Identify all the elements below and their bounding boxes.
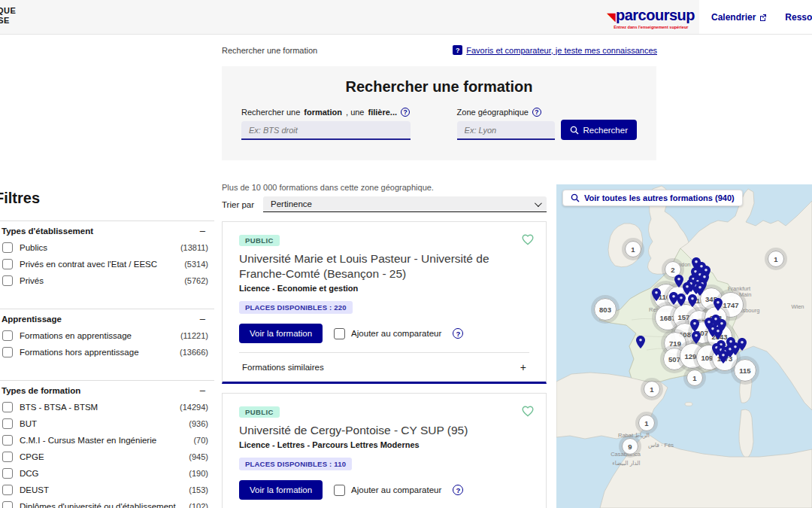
checkbox[interactable] bbox=[2, 347, 13, 357]
map-pin-marker[interactable] bbox=[636, 336, 645, 348]
checkbox[interactable] bbox=[334, 485, 345, 496]
help-icon[interactable]: ? bbox=[453, 485, 463, 495]
map-city-label: الدار البيضاء bbox=[612, 460, 640, 467]
map-city-label: Wien bbox=[791, 303, 804, 310]
filter-checkbox-row[interactable]: BTS - BTSA - BTSM (14294) bbox=[0, 399, 214, 415]
checkbox[interactable] bbox=[334, 328, 345, 339]
map-panel[interactable]: Voir toutes les autres formations (940) … bbox=[556, 184, 812, 508]
filter-checkbox-row[interactable]: CPGE (945) bbox=[0, 449, 214, 465]
formation-subtitle: Licence - Economie et gestion bbox=[239, 284, 529, 293]
gov-block: RÉPUBLIQUEFRANÇAISE ◥parcoursup Entrez d… bbox=[0, 0, 699, 34]
checkbox[interactable] bbox=[2, 259, 13, 269]
similar-formations-toggle[interactable]: Formations similaires + bbox=[239, 352, 529, 382]
checkbox[interactable] bbox=[2, 275, 13, 286]
search-button[interactable]: Rechercher bbox=[561, 120, 637, 140]
filter-count: (153) bbox=[189, 485, 208, 494]
favorite-heart-icon[interactable] bbox=[522, 234, 534, 248]
checkbox[interactable] bbox=[2, 242, 13, 253]
filter-checkbox-row[interactable]: BUT (936) bbox=[0, 415, 214, 432]
map-cluster-marker[interactable]: 1 bbox=[768, 251, 784, 267]
keyword-search-input[interactable] bbox=[241, 121, 411, 140]
topline: Rechercher une formation ? Favoris et co… bbox=[222, 45, 657, 55]
favorites-comparator-link[interactable]: ? Favoris et comparateur, je teste mes c… bbox=[453, 45, 657, 55]
filter-label: BUT bbox=[20, 419, 37, 428]
map-pin-marker[interactable] bbox=[652, 288, 661, 301]
filter-checkbox-row[interactable]: Formations en apprentissage (11221) bbox=[0, 327, 214, 344]
filter-checkbox-row[interactable]: C.M.I - Cursus Master en Ingénierie (70) bbox=[0, 432, 214, 449]
checkbox[interactable] bbox=[2, 452, 13, 462]
nav-calendrier-link[interactable]: Calendrier bbox=[711, 12, 767, 23]
map-pin-marker[interactable] bbox=[690, 319, 699, 332]
filter-label: Privés bbox=[20, 276, 44, 285]
collapse-section-button[interactable]: – bbox=[200, 315, 205, 323]
filter-checkbox-row[interactable]: Formations hors apprentissage (13666) bbox=[0, 344, 214, 360]
favorite-heart-icon[interactable] bbox=[522, 406, 534, 420]
collapse-section-button[interactable]: – bbox=[200, 387, 205, 394]
map-cluster-marker[interactable]: 1 bbox=[644, 381, 660, 397]
filter-checkbox-row[interactable]: Privés en contrat avec l'Etat / EESC (53… bbox=[0, 256, 214, 272]
map-cluster-marker[interactable]: 1 bbox=[625, 241, 641, 257]
checkbox[interactable] bbox=[2, 435, 13, 446]
filter-checkbox-row[interactable]: Diplômes d'université ou d'établissement… bbox=[0, 498, 214, 508]
checkbox[interactable] bbox=[2, 330, 13, 341]
filter-checkbox-row[interactable]: Publics (13811) bbox=[0, 239, 214, 256]
external-link-icon bbox=[759, 14, 767, 21]
map-cluster-marker[interactable]: 115 bbox=[734, 359, 756, 382]
filter-checkbox-row[interactable]: DCG (190) bbox=[0, 465, 214, 482]
checkbox[interactable] bbox=[2, 468, 13, 479]
filter-checkbox-row[interactable]: Privés (5762) bbox=[0, 272, 214, 289]
sort-label: Trier par bbox=[222, 200, 254, 209]
comparator-label: Ajouter au comparateur bbox=[351, 329, 441, 338]
help-icon[interactable]: ? bbox=[401, 108, 410, 117]
view-formation-button[interactable]: Voir la formation bbox=[239, 324, 323, 343]
filter-count: (13811) bbox=[180, 243, 208, 252]
status-badge: PUBLIC bbox=[239, 235, 280, 246]
page: Filtres Types d'établissement – Publics … bbox=[0, 35, 812, 508]
help-icon[interactable]: ? bbox=[532, 108, 541, 117]
quiz-icon: ? bbox=[453, 45, 462, 55]
map-cluster-marker[interactable]: 803 bbox=[594, 298, 617, 321]
map-see-all-button[interactable]: Voir toutes les autres formations (940) bbox=[562, 190, 743, 206]
formation-subtitle: Licence - Lettres - Parcours Lettres Mod… bbox=[239, 440, 529, 449]
add-to-comparator[interactable]: Ajouter au comparateur bbox=[334, 328, 441, 339]
checkbox[interactable] bbox=[2, 418, 13, 429]
chevron-down-icon bbox=[535, 199, 542, 207]
filter-count: (13666) bbox=[180, 348, 208, 357]
map-pin-marker[interactable] bbox=[677, 294, 686, 306]
formation-card: PUBLIC Université Marie et Louis Pasteur… bbox=[222, 221, 547, 384]
filter-checkbox-row[interactable]: DEUST (153) bbox=[0, 482, 214, 498]
map-cluster-marker[interactable]: 9 bbox=[622, 438, 638, 455]
add-to-comparator[interactable]: Ajouter au comparateur bbox=[334, 485, 441, 496]
parcoursup-logo[interactable]: ◥parcoursup Entrez dans l'enseignement s… bbox=[607, 5, 695, 29]
formation-title[interactable]: Université Marie et Louis Pasteur - Univ… bbox=[239, 251, 529, 281]
zone-search-input[interactable] bbox=[457, 121, 555, 140]
checkbox[interactable] bbox=[2, 501, 13, 508]
sort-value: Pertinence bbox=[271, 199, 312, 208]
parcoursup-logo-mark: ◥ bbox=[607, 11, 615, 23]
nav-ressources-link[interactable]: Ressources bbox=[785, 12, 812, 23]
map-cluster-marker[interactable]: 1 bbox=[638, 415, 655, 431]
view-formation-button[interactable]: Voir la formation bbox=[239, 480, 323, 500]
zone-field-label: Zone géographique ? bbox=[457, 108, 555, 117]
checkbox[interactable] bbox=[2, 485, 13, 495]
map-pin-marker[interactable] bbox=[714, 327, 723, 339]
help-icon[interactable]: ? bbox=[453, 328, 463, 339]
map-cluster-marker[interactable]: 1 bbox=[686, 370, 703, 386]
map-pin-marker[interactable] bbox=[692, 331, 701, 344]
checkbox[interactable] bbox=[2, 402, 13, 412]
map-pin-marker[interactable] bbox=[714, 298, 723, 311]
map-pin-marker[interactable] bbox=[688, 294, 697, 307]
collapse-section-button[interactable]: – bbox=[200, 227, 205, 235]
comparator-label: Ajouter au comparateur bbox=[351, 485, 441, 494]
results-summary: Plus de 10 000 formations dans cette zon… bbox=[222, 183, 547, 192]
formation-title[interactable]: Université de Cergy-Pontoise - CY SUP (9… bbox=[239, 423, 529, 438]
filter-section-title: Apprentissage bbox=[2, 315, 62, 324]
filter-section-types-formation: Types de formation – BTS - BTSA - BTSM (… bbox=[0, 380, 214, 508]
map-city-label: فاس · Fès bbox=[648, 442, 674, 449]
map-pin-marker[interactable] bbox=[719, 351, 728, 364]
sort-select[interactable]: Pertinence bbox=[263, 196, 547, 212]
favorites-comparator-label: Favoris et comparateur, je teste mes con… bbox=[466, 46, 657, 55]
plus-icon: + bbox=[520, 361, 526, 373]
map-pin-marker[interactable] bbox=[731, 342, 740, 355]
filters-sidebar: Filtres Types d'établissement – Publics … bbox=[0, 190, 214, 508]
